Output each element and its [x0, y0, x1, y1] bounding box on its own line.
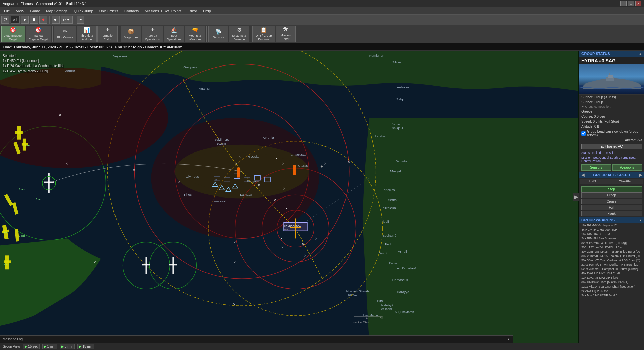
svg-rect-76 — [169, 264, 177, 265]
menu-item-missions_+_ref._points[interactable]: Missions + Ref. Points — [142, 8, 184, 14]
menu-item-contacts[interactable]: Contacts — [122, 8, 141, 14]
svg-text:2 sec: 2 sec — [19, 234, 25, 237]
formation-editor-button[interactable]: ✈ FormationEditor — [97, 26, 118, 42]
flank-throttle-button[interactable]: Flank — [581, 211, 642, 216]
menu-item-view[interactable]: View — [13, 8, 27, 14]
edit-hosted-ac-button[interactable]: Edit hosted AC — [581, 144, 642, 149]
cruise-throttle-button[interactable]: Cruise — [581, 199, 642, 204]
aircraft-ops-icon: ✈ — [150, 27, 155, 33]
mission-editor-button[interactable]: 🗺 MissionEditor — [276, 26, 296, 42]
message-log-expand[interactable]: ▲ — [507, 337, 510, 341]
svg-rect-27 — [44, 182, 54, 183]
15sec-button[interactable]: ▶ 15 sec — [23, 344, 39, 349]
svg-text:×: × — [66, 161, 68, 166]
svg-rect-26 — [48, 173, 50, 193]
svg-text:×: × — [235, 161, 237, 166]
menu-item-quick_jump[interactable]: Quick Jump — [71, 8, 96, 14]
action-buttons: Sensors Weapons — [579, 163, 644, 172]
menu-item-help[interactable]: Help — [200, 8, 214, 14]
ff2-button[interactable]: ⏭⏭ — [61, 16, 73, 24]
pause-button[interactable]: ⏸ — [30, 16, 38, 24]
1min-button[interactable]: ▶ 1 min — [42, 344, 57, 349]
sensors-button[interactable]: 📡 Sensors — [208, 26, 228, 42]
magazines-button[interactable]: 📦 Magazines — [121, 26, 141, 42]
menu-item-unit_orders[interactable]: Unit Orders — [97, 8, 121, 14]
big-toolbar: 🎯 Auto EngageTarget 🎯 ManualEngage Targe… — [0, 25, 644, 43]
table-row — [580, 184, 643, 185]
svg-text:Satita: Satita — [388, 198, 397, 202]
boat-ops-label: BoatOperations — [167, 34, 181, 41]
unit-group-doctrine-button[interactable]: 📋 Unit / GroupDoctrine — [252, 26, 275, 42]
mounts-weapons-icon: 🔫 — [192, 27, 198, 33]
5min-button[interactable]: ▶ 5 min — [60, 344, 75, 349]
extra-button[interactable]: ✦ — [77, 16, 84, 24]
weapon-item: 50x 30mm/75 Twin Oerlikon APDS Burst [2( — [579, 258, 644, 263]
svg-text:Kyrenia: Kyrenia — [263, 136, 274, 139]
svg-text:×: × — [283, 186, 285, 191]
close-button[interactable]: ✕ — [635, 1, 641, 6]
ff1-button[interactable]: ⏭ — [52, 16, 60, 24]
stop-throttle-button[interactable]: Stop — [581, 186, 642, 192]
svg-text:×: × — [233, 240, 236, 245]
sep-1 — [52, 26, 53, 42]
play-button[interactable]: ▶ — [21, 16, 29, 24]
weapon-item: 16x RGM-84G Harpoon IC — [579, 223, 644, 228]
time-icon[interactable]: ⏱ — [1, 16, 9, 24]
status-text: Status: Tasked on mission — [579, 150, 644, 155]
throttle-altitude-button[interactable]: 📊 Throttle &Altitude — [77, 26, 97, 42]
creep-throttle-button[interactable]: Creep — [581, 192, 642, 198]
menu-item-file[interactable]: File — [1, 8, 13, 14]
composition-label: ▼ Group composition: — [579, 105, 644, 109]
group-lead-row: Group Lead can slow down (group reform) — [579, 129, 644, 138]
maximize-button[interactable]: □ — [628, 1, 634, 6]
systems-damage-button[interactable]: ⚙ Systems &Damage — [229, 26, 249, 42]
stop-record-button[interactable]: ⏺ — [39, 16, 47, 24]
throttle-cell — [606, 184, 643, 185]
auto-engage-target-button[interactable]: 🎯 Auto EngageTarget — [1, 26, 25, 42]
group-status-collapse[interactable]: ▲ — [639, 52, 642, 56]
group-lead-checkbox[interactable] — [581, 131, 586, 136]
time-bar: Time: Thursday, June 11, 2020 - Zulu: 22… — [0, 43, 644, 51]
manual-engage-button[interactable]: 🎯 ManualEngage Target — [26, 26, 51, 42]
svg-text:Kumluhan: Kumluhan — [369, 54, 384, 57]
svg-rect-40 — [290, 227, 301, 228]
full-throttle-button[interactable]: Full — [581, 205, 642, 210]
menu-item-editor[interactable]: Editor — [185, 8, 200, 14]
boat-operations-button[interactable]: ⛵ BoatOperations — [164, 26, 184, 42]
unit-col-header: UNIT — [580, 179, 606, 184]
svg-text:Demre: Demre — [65, 69, 75, 72]
svg-text:Zahié: Zahié — [389, 261, 397, 265]
weapon-item: 24x RIM-7M Sea Sparrow — [579, 236, 644, 241]
svg-text:×: × — [324, 161, 326, 166]
sep-4 — [251, 26, 251, 42]
alt-speed-right-nav[interactable]: ▶ — [639, 173, 642, 177]
map-area[interactable]: ✉ — [0, 51, 579, 343]
svg-text:1025m: 1025m — [217, 142, 226, 145]
svg-text:2 sec: 2 sec — [2, 263, 8, 266]
separator-2 — [75, 16, 75, 24]
svg-text:Beirut: Beirut — [379, 251, 387, 255]
15min-button[interactable]: ▶ 15 min — [77, 344, 94, 349]
svg-text:Tartouss: Tartouss — [382, 188, 395, 192]
menu-item-map_settings[interactable]: Map Settings — [43, 8, 70, 14]
svg-text:2814m: 2814m — [348, 294, 357, 297]
svg-text:Larnaca: Larnaca — [240, 193, 252, 196]
1min-play-icon: ▶ — [44, 345, 47, 348]
15sec-label: 15 sec — [28, 345, 38, 348]
weapons-action-button[interactable]: Weapons — [612, 164, 642, 171]
scroll-indicator[interactable]: ▶ — [573, 193, 579, 201]
group-weapons-collapse[interactable]: ▲ — [639, 218, 642, 222]
svg-text:×: × — [94, 260, 96, 265]
menu-item-game[interactable]: Game — [27, 8, 43, 14]
svg-text:Tallkalakh: Tallkalakh — [381, 206, 396, 210]
boat-ops-icon: ⛵ — [171, 27, 177, 33]
aircraft-operations-button[interactable]: ✈ AircraftOperations — [142, 26, 163, 42]
svg-point-13 — [151, 118, 319, 239]
sensors-action-button[interactable]: Sensors — [581, 164, 611, 171]
plot-course-button[interactable]: ✏ Plot Course — [54, 26, 76, 42]
alt-speed-left-nav[interactable]: ◀ — [581, 173, 584, 177]
mounts-weapons-button[interactable]: 🔫 Mounts &Weapons — [185, 26, 205, 42]
group-weapons-title: GROUP WEAPONS — [581, 218, 615, 222]
doctrine-icon: 📋 — [260, 27, 267, 33]
minimize-button[interactable]: — — [620, 1, 627, 6]
